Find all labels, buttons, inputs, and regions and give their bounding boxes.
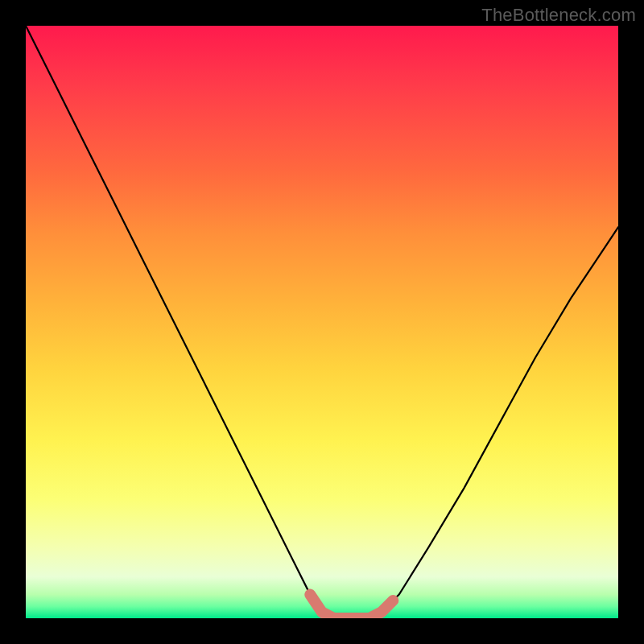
curve-layer (26, 26, 618, 618)
watermark-text: TheBottleneck.com (481, 5, 636, 26)
plot-area (26, 26, 618, 618)
chart-frame: TheBottleneck.com (0, 0, 644, 644)
bottleneck-curve (26, 26, 618, 618)
optimal-range-highlight (310, 595, 393, 618)
